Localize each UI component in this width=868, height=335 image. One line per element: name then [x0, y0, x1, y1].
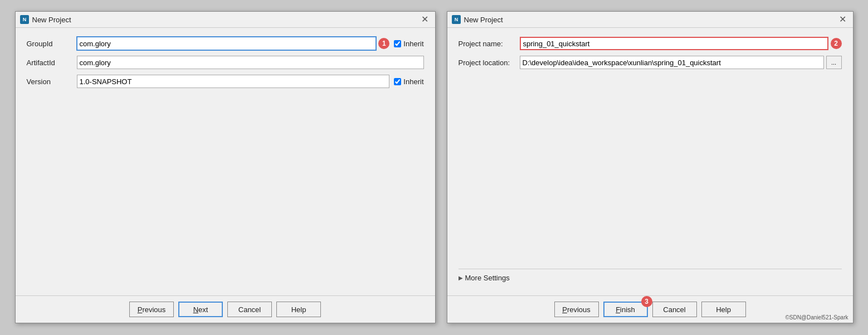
right-cancel-label: Cancel — [663, 305, 685, 314]
right-help-button[interactable]: Help — [701, 302, 746, 317]
left-title-icon: N — [20, 15, 29, 24]
project-location-input[interactable] — [520, 56, 824, 69]
artifactid-row: ArtifactId — [27, 56, 424, 69]
project-location-row: Project location: ... — [459, 56, 842, 69]
left-dialog-footer: Previous Next Cancel Help — [16, 295, 435, 323]
groupid-input[interactable] — [77, 37, 377, 50]
project-location-browse-button[interactable]: ... — [826, 56, 842, 69]
right-previous-button[interactable]: Previous — [554, 302, 599, 317]
left-next-label: Next — [193, 305, 208, 314]
left-previous-button[interactable]: Previous — [129, 302, 174, 317]
watermark-text: ©SDN@Daniel521-Spark — [785, 314, 848, 321]
artifactid-label: ArtifactId — [27, 59, 77, 67]
right-help-label: Help — [716, 305, 731, 314]
project-name-badge: 2 — [831, 38, 842, 49]
version-row: Version Inherit — [27, 75, 424, 88]
groupid-label: GroupId — [27, 40, 77, 48]
left-previous-label: Previous — [138, 305, 166, 314]
more-settings-row[interactable]: ▶ More Settings — [459, 269, 842, 287]
left-dialog-body: GroupId 1 Inherit ArtifactId Version Inh… — [16, 28, 435, 295]
groupid-row: GroupId 1 Inherit — [27, 37, 424, 50]
right-dialog-body: Project name: 2 Project location: ... ▶ … — [447, 28, 853, 295]
svg-text:N: N — [22, 17, 26, 22]
right-cancel-button[interactable]: Cancel — [652, 302, 697, 317]
project-name-row: Project name: 2 — [459, 37, 842, 50]
version-label: Version — [27, 77, 77, 86]
left-help-button[interactable]: Help — [276, 302, 321, 317]
project-name-label: Project name: — [459, 40, 520, 48]
right-title-bar-left: N New Project — [452, 15, 503, 24]
version-inherit-checkbox[interactable] — [394, 78, 401, 85]
right-finish-button[interactable]: Finish 3 — [603, 302, 648, 317]
left-cancel-button[interactable]: Cancel — [227, 302, 272, 317]
groupid-badge: 1 — [378, 38, 389, 49]
right-title-bar: N New Project ✕ — [447, 12, 853, 28]
left-title-bar-left: N New Project — [20, 15, 71, 24]
left-help-label: Help — [291, 305, 306, 314]
artifactid-input[interactable] — [77, 56, 424, 69]
finish-badge: 3 — [641, 296, 652, 307]
left-dialog: N New Project ✕ GroupId 1 Inherit Artifa… — [15, 11, 436, 323]
svg-text:N: N — [454, 17, 458, 22]
groupid-inherit-text: Inherit — [403, 40, 423, 48]
right-previous-label: Previous — [562, 305, 591, 314]
more-settings-label: More Settings — [465, 274, 510, 282]
version-inherit-text: Inherit — [403, 77, 423, 86]
groupid-inherit-checkbox[interactable] — [394, 40, 401, 47]
right-dialog-title: New Project — [464, 16, 503, 24]
project-location-label: Project location: — [459, 59, 520, 67]
right-title-icon: N — [452, 15, 461, 24]
left-dialog-title: New Project — [32, 16, 71, 24]
left-close-button[interactable]: ✕ — [419, 15, 431, 24]
project-location-container: ... — [520, 56, 842, 69]
left-title-bar: N New Project ✕ — [16, 12, 435, 28]
version-inherit-label: Inherit — [394, 77, 423, 86]
left-cancel-label: Cancel — [238, 305, 261, 314]
more-settings-triangle-icon: ▶ — [459, 275, 463, 281]
right-close-button[interactable]: ✕ — [837, 15, 849, 24]
right-dialog: N New Project ✕ Project name: 2 Project … — [447, 11, 854, 323]
version-input[interactable] — [77, 75, 390, 88]
groupid-inherit-label: Inherit — [394, 40, 423, 48]
project-name-input[interactable] — [520, 37, 828, 50]
left-next-button[interactable]: Next — [178, 302, 223, 317]
right-finish-label: Finish — [616, 305, 635, 314]
